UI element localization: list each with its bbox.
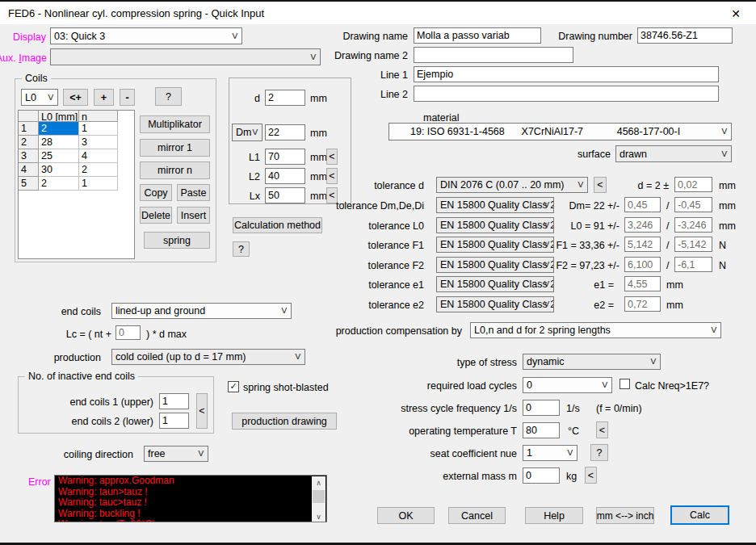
tolerance-e2-eq: e2 = — [594, 300, 614, 312]
mirror-1-button[interactable]: mirror 1 — [140, 139, 210, 157]
type-of-stress-select[interactable]: dynamic˅ — [523, 354, 661, 370]
coiling-direction-select[interactable]: free˅ — [144, 446, 208, 462]
production-compensation-select[interactable]: L0,n and d for 2 spring lengths˅ — [470, 322, 721, 338]
end-coils-select[interactable]: lined-up and ground˅ — [111, 303, 292, 319]
drawing-name-label: Drawing name — [342, 31, 408, 43]
table-cell[interactable]: 25 — [39, 149, 79, 163]
mm-inch-toggle-button[interactable]: mm <--> inch — [596, 507, 654, 524]
tolerance-l0-select[interactable]: EN 15800 Quality Class 2˅ — [436, 217, 554, 233]
table-row[interactable]: 5 2 1 — [19, 177, 134, 191]
l2-input[interactable] — [265, 168, 305, 184]
coils-help-button[interactable]: ? — [155, 87, 182, 106]
insert-button[interactable]: Insert — [177, 207, 210, 224]
drawing-name2-input[interactable] — [414, 47, 573, 63]
add-row-button[interactable]: + — [94, 89, 114, 106]
tolerance-dm-select[interactable]: EN 15800 Quality Class 2˅ — [436, 197, 554, 213]
display-select[interactable]: 03: Quick 3 ˅ — [50, 27, 242, 44]
table-cell[interactable]: 1 — [79, 122, 118, 136]
drawing-name-input[interactable] — [414, 27, 541, 44]
tolerance-d-pick-button[interactable]: < — [594, 177, 607, 193]
close-icon[interactable]: ✕ — [719, 3, 753, 24]
row-header[interactable]: 5 — [19, 177, 39, 191]
production-drawing-button[interactable]: production drawing — [232, 413, 337, 430]
table-row[interactable]: 3 25 4 — [19, 149, 134, 163]
required-load-cycles-select[interactable]: 0˅ — [523, 377, 612, 393]
remove-row-button[interactable]: - — [120, 89, 135, 106]
chevron-down-icon: ˅ — [602, 381, 608, 389]
row-header[interactable]: 3 — [19, 149, 39, 163]
drawing-number-input[interactable] — [637, 27, 733, 44]
table-cell[interactable]: 3 — [79, 136, 118, 149]
scroll-down-icon[interactable]: ∨ — [312, 510, 326, 522]
add-column-button[interactable]: <+ — [63, 89, 88, 106]
mass-pick-button[interactable]: < — [585, 467, 597, 484]
production-select[interactable]: cold coiled (up to d = 17 mm)˅ — [111, 349, 305, 365]
seat-help-button[interactable]: ? — [590, 444, 608, 461]
coils-table[interactable]: L0 [mm] n 1 2 1 2 28 3 3 25 4 4 30 2 5 2… — [18, 110, 135, 259]
tolerance-f1-select[interactable]: EN 15800 Quality Class 2˅ — [436, 237, 554, 253]
table-cell[interactable]: 2 — [79, 163, 118, 177]
tolerance-f2-label: tolerance F2 — [368, 260, 424, 272]
tolerance-e1-eq: e1 = — [594, 279, 614, 291]
material-select[interactable]: 19: ISO 6931-1-4568 X7CrNiAl17-7 4568-17… — [388, 123, 732, 140]
scroll-up-icon[interactable]: ∧ — [312, 476, 326, 488]
calculation-method-button[interactable]: Calculation method — [233, 217, 322, 233]
seat-coefficient-select[interactable]: 1˅ — [523, 445, 578, 461]
lx-input[interactable] — [265, 187, 305, 203]
delete-button[interactable]: Delete — [140, 207, 172, 224]
table-cell[interactable]: 1 — [79, 177, 118, 191]
dm-input[interactable] — [265, 124, 305, 140]
stress-cycle-frequency-input[interactable] — [523, 400, 560, 416]
shot-blasted-checkbox[interactable]: ✓ — [228, 381, 239, 392]
table-cell[interactable]: 4 — [79, 149, 118, 163]
end-coils-pick-button[interactable]: < — [196, 393, 208, 429]
spring-button[interactable]: spring — [144, 232, 210, 249]
row-header[interactable]: 4 — [19, 163, 39, 177]
paste-button[interactable]: Paste — [177, 184, 210, 201]
table-cell[interactable]: 28 — [39, 136, 79, 149]
help-button[interactable]: Help — [525, 507, 583, 524]
tolerance-f2-select[interactable]: EN 15800 Quality Class 2˅ — [436, 257, 554, 273]
l2-pick-button[interactable]: < — [326, 168, 338, 184]
table-row[interactable]: 2 28 3 — [19, 136, 134, 149]
calc-nreq-checkbox[interactable] — [620, 379, 630, 389]
dm-unit: mm — [310, 128, 327, 140]
mirror-n-button[interactable]: mirror n — [140, 161, 210, 179]
table-row[interactable]: 4 30 2 — [19, 163, 134, 177]
table-cell[interactable]: 30 — [39, 163, 79, 177]
table-row[interactable]: 1 2 1 — [19, 122, 134, 136]
line1-input[interactable] — [414, 66, 719, 82]
table-cell-selected[interactable]: 2 — [39, 122, 79, 136]
tolerance-e2-select[interactable]: EN 15800 Quality Class 2˅ — [436, 296, 554, 312]
row-header[interactable]: 2 — [19, 136, 39, 149]
external-mass-input[interactable] — [523, 467, 560, 484]
lc-input[interactable] — [116, 325, 141, 340]
d-input[interactable] — [265, 90, 305, 106]
line2-input[interactable] — [414, 86, 719, 102]
l1-pick-button[interactable]: < — [326, 149, 338, 165]
chevron-down-icon: ˅ — [650, 358, 657, 366]
temperature-pick-button[interactable]: < — [596, 421, 608, 438]
calc-button[interactable]: Calc — [670, 505, 729, 525]
tolerance-f2-plus — [624, 257, 661, 272]
error-list[interactable]: Warning: approx.Goodman Warning: taun>ta… — [54, 475, 327, 522]
end-coils-1-input[interactable] — [159, 393, 189, 409]
cancel-button[interactable]: Cancel — [448, 507, 506, 524]
coils-column-select[interactable]: L0 ˅ — [21, 89, 58, 106]
aux-image-select[interactable]: ˅ — [50, 48, 321, 65]
operating-temperature-input[interactable] — [523, 422, 560, 438]
geometry-help-button[interactable]: ? — [233, 241, 250, 257]
multiplikator-button[interactable]: Multiplikator — [140, 115, 210, 133]
l1-input[interactable] — [265, 149, 305, 165]
scrollbar-thumb[interactable] — [313, 490, 325, 503]
end-coils-2-input[interactable] — [159, 413, 189, 429]
tolerance-d-select[interactable]: DIN 2076 C (0.07 .. 20 mm)˅ — [436, 177, 588, 193]
surface-select[interactable]: drawn ˅ — [615, 145, 732, 162]
copy-button[interactable]: Copy — [140, 184, 172, 201]
row-header[interactable]: 1 — [19, 122, 39, 136]
tolerance-e1-select[interactable]: EN 15800 Quality Class 2˅ — [436, 276, 554, 292]
dm-select[interactable]: Dm ˅ — [232, 124, 262, 141]
error-scrollbar[interactable]: ∧ ∨ — [312, 476, 326, 522]
ok-button[interactable]: OK — [377, 507, 435, 524]
table-cell[interactable]: 2 — [39, 177, 79, 191]
